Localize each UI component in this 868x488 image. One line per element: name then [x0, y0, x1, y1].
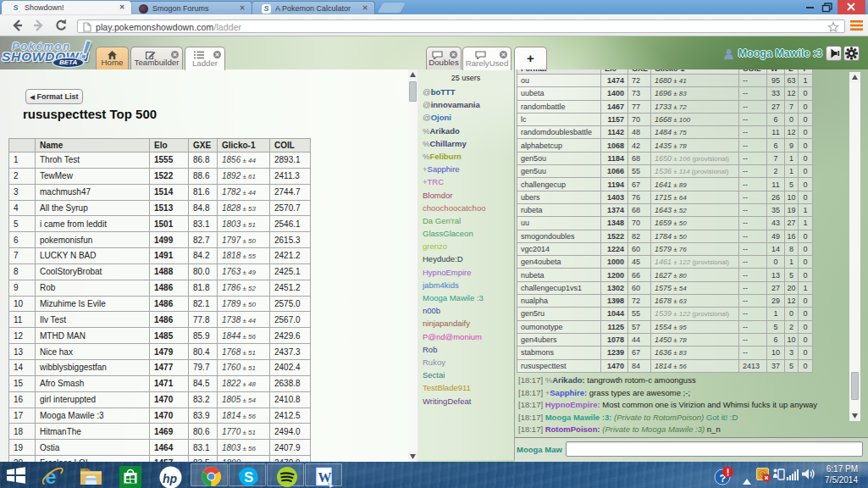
elo-cell: 1302	[601, 281, 628, 294]
userlist-user[interactable]: Sectai	[417, 369, 515, 381]
chrome-menu-button[interactable]	[850, 19, 863, 35]
browser-tab-showdown-[interactable]: SShowdown!✕	[2, 1, 131, 14]
tab-close-icon[interactable]: ✕	[361, 4, 369, 13]
window-close-button[interactable]	[838, 0, 865, 14]
userlist-user[interactable]: Mooga Mawile :3	[417, 291, 515, 304]
userlist-user[interactable]: jabm4kids	[417, 279, 515, 291]
format-cell: uubeta	[517, 87, 601, 100]
taskbar-start-icon[interactable]	[6, 466, 25, 485]
window-restore-button[interactable]	[821, 0, 834, 14]
room-tab-ladder[interactable]: Ladder✕	[185, 47, 225, 70]
userlist-items: @boTTT@innovamania@Ojoni%Arikado%Chillar…	[417, 86, 515, 408]
chat-scrollbar[interactable]	[849, 72, 860, 421]
room-tab-close-icon[interactable]: ✕	[213, 51, 221, 58]
userlist-user[interactable]: P@nd@monium	[417, 330, 515, 343]
wins-cell: 26	[767, 191, 785, 203]
add-room-button[interactable]: +	[514, 47, 547, 69]
userlist-user[interactable]: Rukoy	[417, 356, 515, 369]
gxe-cell: 85.9	[189, 328, 218, 344]
taskbar-file-explorer-icon[interactable]	[80, 466, 98, 485]
room-tab-close-icon[interactable]: ✕	[450, 51, 457, 58]
forward-button[interactable]	[30, 17, 47, 34]
scroll-up-icon[interactable]	[849, 72, 860, 82]
taskbar-clock[interactable]: 6:17 PM 7/5/2014	[825, 464, 858, 485]
scroll-down-icon[interactable]	[849, 411, 860, 421]
userlist-user[interactable]: @Ojoni	[417, 111, 515, 124]
address-bar[interactable]: play.pokemonshowdown.com/ladder	[77, 19, 845, 33]
name-cell: i came from leddit	[36, 216, 150, 232]
tray-hp-support-icon[interactable]: ?	[714, 466, 734, 488]
window-minimize-button[interactable]	[804, 0, 817, 14]
sound-button[interactable]	[826, 46, 842, 61]
glicko-cell: 1770 ± 51	[218, 424, 270, 440]
scrollbar-thumb[interactable]	[409, 81, 417, 102]
userlist-user[interactable]: %Feliburn	[417, 150, 515, 163]
userlist-user[interactable]: choochoocatchoo	[417, 202, 515, 214]
taskbar-chrome-icon[interactable]	[201, 466, 219, 485]
tab-close-icon[interactable]: ✕	[238, 4, 246, 13]
userlist-user[interactable]: Rob	[417, 343, 515, 356]
userlist-user[interactable]: +TRC	[417, 175, 515, 188]
userlist-user[interactable]: GlassGlaceon	[417, 227, 515, 240]
taskbar-word-icon[interactable]: W	[314, 466, 333, 485]
taskbar-skype-icon[interactable]: S	[238, 466, 257, 485]
userlist-user[interactable]: @innovamania	[417, 98, 515, 111]
userlist-user[interactable]: n00b	[417, 304, 515, 317]
userlist-user[interactable]: WritingDefeat	[417, 395, 515, 408]
room-tab-close-icon[interactable]: ✕	[500, 51, 507, 58]
ladder-scrollbar[interactable]	[408, 69, 417, 462]
tray-security-alert-icon[interactable]	[756, 468, 771, 485]
format-list-button[interactable]: ◀ Format List	[25, 89, 83, 104]
tray-volume-icon[interactable]	[802, 468, 815, 485]
room-tab-rarelyused[interactable]: RarelyUsed✕	[462, 47, 511, 70]
tray-show-hidden-icons[interactable]	[743, 473, 751, 488]
userlist-user[interactable]: grenzo	[417, 240, 515, 252]
user-name[interactable]: Mooga Mawile :3:	[545, 413, 612, 422]
tab-close-icon[interactable]: ✕	[118, 3, 126, 12]
user-name: boTTT	[431, 87, 456, 97]
userlist-user[interactable]: @boTTT	[417, 86, 515, 98]
ladder-row: 6pokemonisfun149982.71797 ± 502615.3	[9, 232, 311, 248]
bookmark-star-icon[interactable]	[827, 21, 839, 33]
userlist-user[interactable]: Da Gen'ral	[417, 214, 515, 227]
ties-cell: 0	[799, 152, 813, 164]
user-name[interactable]: HypnoEmpire:	[545, 400, 600, 409]
tray-network-icon[interactable]	[787, 469, 799, 484]
back-button[interactable]	[8, 17, 25, 34]
room-tab-doubles[interactable]: Doubles✕	[426, 47, 462, 69]
userlist-user[interactable]: %Arikado	[417, 125, 515, 137]
userlist-user[interactable]: HypnoEmpire	[417, 266, 515, 279]
settings-button[interactable]	[843, 46, 860, 61]
tray-devices-icon[interactable]	[772, 468, 785, 485]
chat-input[interactable]	[566, 441, 863, 457]
name-cell: Rob	[36, 280, 150, 296]
reload-button[interactable]	[53, 17, 69, 34]
taskbar-spotify-icon[interactable]	[276, 466, 295, 485]
userlist-user[interactable]: Heydude:D	[417, 252, 515, 265]
room-tab-close-icon[interactable]: ✕	[171, 51, 179, 58]
userlist-user[interactable]: TestBlade911	[417, 381, 515, 394]
user-name[interactable]: RotomPoison:	[545, 424, 600, 434]
user-count[interactable]: 25 users	[417, 74, 514, 82]
taskbar-hp-icon[interactable]: hp	[159, 466, 178, 485]
user-name[interactable]: Sapphire:	[550, 388, 587, 397]
taskbar-internet-explorer-icon[interactable]: e	[42, 466, 61, 485]
taskbar-windows-store-icon[interactable]	[119, 466, 138, 485]
scrollbar-thumb[interactable]	[851, 372, 859, 400]
room-tab-teambuilder[interactable]: Teambuilder✕	[130, 47, 183, 69]
format-cell: uu	[517, 217, 601, 230]
room-tab-home[interactable]: Home	[96, 47, 129, 69]
browser-tab-smogon-forums[interactable]: Smogon Forums✕	[129, 1, 252, 14]
new-tab-button[interactable]	[378, 3, 406, 13]
username[interactable]: Mooga Mawile :3	[738, 47, 822, 59]
user-name[interactable]: Arikado:	[552, 375, 585, 385]
userlist-user[interactable]: %Chillarmy	[417, 137, 515, 150]
userlist-user[interactable]: ninjapandaify	[417, 317, 515, 330]
gxe-cell: 80.6	[189, 424, 218, 440]
scroll-down-icon[interactable]	[408, 452, 417, 462]
wins-cell: 10	[767, 347, 785, 359]
browser-tab-a-pokemon-calculator[interactable]: SA Pokemon Calculator✕	[252, 1, 375, 14]
userlist-user[interactable]: +Sapphire	[417, 163, 515, 175]
userlist-user[interactable]: Blomdor	[417, 189, 515, 202]
scroll-up-icon[interactable]	[408, 69, 417, 80]
